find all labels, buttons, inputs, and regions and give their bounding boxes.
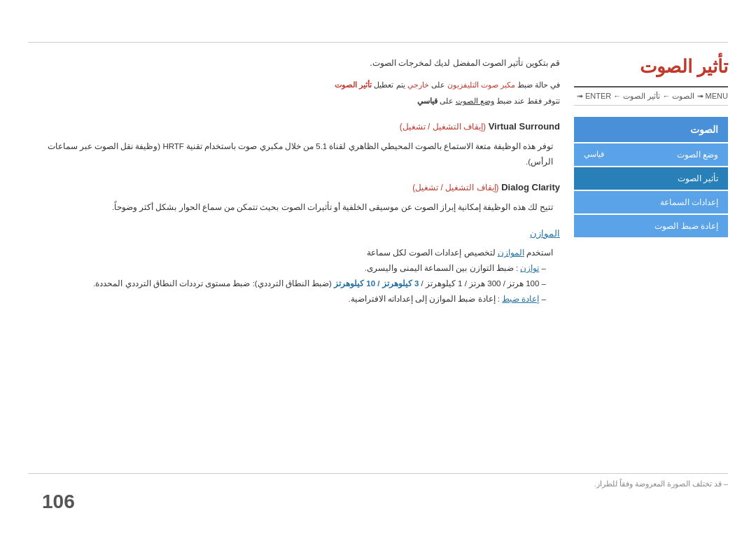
- sidebar-header: الصوت: [574, 117, 728, 142]
- note2: تتوفر فقط عند ضبط وضع الصوت على قياسي: [28, 94, 560, 108]
- bullet2-desc: تتيح لك هذه الوظيفة إمكانية إبراز الصوت …: [28, 200, 560, 216]
- bullet-dialog-clarity: Dialog Clarity (إيقاف التشغيل / تشغيل) ت…: [28, 179, 560, 215]
- sidebar-menu: الصوت وضع الصوت قياسي تأثير الصوت إعدادا…: [574, 117, 728, 237]
- bullet1-title: Virtual Surround (إيقاف التشغيل / تشغيل): [28, 118, 560, 135]
- bullet2-title: Dialog Clarity (إيقاف التشغيل / تشغيل): [28, 179, 560, 196]
- sidebar-item-reset-sound[interactable]: إعادة ضبط الصوت: [574, 215, 728, 237]
- right-panel: تأثير الصوت MENU ➟ الصوت ← تأثير الصوت ←…: [574, 56, 728, 239]
- bullet3-sub2: 100 هرتز / 300 هرتز / 1 كيلوهرتز / 3 كيل…: [28, 276, 560, 292]
- bottom-divider: [28, 473, 728, 474]
- intro-text: قم بتكوين تأثير الصوت المفضل لديك لمخرجا…: [28, 56, 560, 71]
- sidebar-item-sound-mode[interactable]: وضع الصوت قياسي: [574, 143, 728, 166]
- bullet-virtual-surround: Virtual Surround (إيقاف التشغيل / تشغيل)…: [28, 118, 560, 169]
- page-number: 106: [42, 491, 75, 513]
- note1: في حالة ضبط مكبر صوت التليفزيون على خارج…: [28, 78, 560, 92]
- main-content: قم بتكوين تأثير الصوت المفضل لديك لمخرجا…: [28, 56, 560, 317]
- bullet3-desc1: استخدم الموازن لتخصيص إعدادات الصوت لكل …: [28, 246, 560, 261]
- page-title: تأثير الصوت: [574, 56, 728, 78]
- sidebar-item-speaker-settings[interactable]: إعدادات السماعة: [574, 191, 728, 213]
- sidebar-item-sound-effect[interactable]: تأثير الصوت: [574, 167, 728, 190]
- bullet3-sub1: توازن : ضبط التوازن بين السماعة اليمنى و…: [28, 261, 560, 276]
- bullet1-desc: توفر هذه الوظيفة متعة الاستماع بالصوت ال…: [28, 139, 560, 170]
- bottom-note-text: – قد تختلف الصورة المعروضة وفقاً للطراز.: [28, 479, 728, 489]
- sidebar-item-value: قياسي: [584, 150, 604, 159]
- sidebar-item-label: وضع الصوت: [677, 150, 718, 160]
- bullet3-title: الموازن: [28, 225, 560, 241]
- top-divider: [28, 42, 728, 43]
- bullet3-sub3: إعادة ضبط : إعادة ضبط الموازن إلى إعدادا…: [28, 292, 560, 307]
- bullet-section: Virtual Surround (إيقاف التشغيل / تشغيل)…: [28, 118, 560, 307]
- breadcrumb: MENU ➟ الصوت ← تأثير الصوت ← ENTER ➟: [574, 86, 728, 106]
- bottom-note-section: – قد تختلف الصورة المعروضة وفقاً للطراز.: [28, 473, 728, 489]
- bullet-equalizer: الموازن استخدم الموازن لتخصيص إعدادات ال…: [28, 225, 560, 307]
